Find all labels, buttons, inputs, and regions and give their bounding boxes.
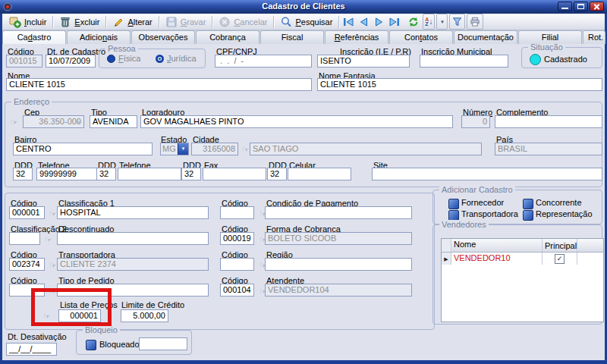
print-button[interactable] bbox=[467, 14, 483, 30]
fornecedor-checkbox[interactable] bbox=[448, 199, 459, 209]
excluir-button[interactable]: Excluir bbox=[55, 14, 104, 30]
maximize-button[interactable] bbox=[574, 2, 588, 11]
dt-desativacao-field[interactable]: __/__/____ bbox=[6, 343, 57, 356]
alterar-icon bbox=[112, 16, 124, 28]
status-circle-icon bbox=[530, 54, 541, 65]
nav-prev-button[interactable] bbox=[356, 14, 371, 29]
classif1-field[interactable]: HOSPITAL bbox=[57, 206, 209, 219]
classif1-codigo-field[interactable]: 000001 bbox=[9, 206, 45, 219]
refresh-button[interactable] bbox=[406, 14, 421, 29]
juridica-radio bbox=[156, 55, 164, 63]
celular-field[interactable] bbox=[288, 168, 351, 180]
tab-documentacao[interactable]: Documentação bbox=[454, 30, 517, 44]
dt-cadastro-field[interactable]: 10/07/2009 bbox=[46, 55, 96, 67]
classif2-codigo-field[interactable] bbox=[9, 232, 40, 245]
excluir-icon bbox=[59, 16, 71, 28]
sort-options-dropdown[interactable]: ▼ bbox=[436, 14, 448, 30]
telefone1-field[interactable]: 99999999 bbox=[36, 168, 97, 180]
vendedores-group: Vendedores Nome Principal ▶ VENDEDOR10 ✓ bbox=[432, 224, 602, 325]
alterar-button[interactable]: Alterar bbox=[108, 14, 156, 30]
telefone2-field[interactable] bbox=[118, 168, 181, 180]
pesquisar-button[interactable]: Pesquisar bbox=[275, 14, 337, 30]
transportadora-checkbox[interactable] bbox=[448, 210, 459, 221]
inscricao-municipal-field[interactable] bbox=[420, 55, 508, 67]
nome-field[interactable]: CLIENTE 1015 bbox=[6, 78, 312, 91]
lista-precos-field[interactable]: 000001 bbox=[58, 309, 101, 322]
nav-next-button[interactable] bbox=[371, 14, 386, 29]
chevron-down-icon: ▼ bbox=[440, 20, 445, 24]
tab-referencias[interactable]: Referências bbox=[325, 30, 388, 44]
classif2-lookup-button[interactable]: ☞ bbox=[42, 234, 55, 246]
fax-field[interactable] bbox=[203, 168, 266, 180]
pais-field: BRASIL bbox=[495, 143, 602, 155]
ddd1-field[interactable]: 32 bbox=[13, 168, 33, 180]
site-field[interactable] bbox=[372, 168, 602, 180]
nav-next-icon bbox=[373, 17, 385, 27]
minimize-icon bbox=[561, 8, 568, 9]
nome-fantasia-field[interactable]: CLIENTE 1015 bbox=[317, 78, 602, 91]
juridica-label: Jurídica bbox=[167, 54, 197, 63]
ddd2-field[interactable]: 32 bbox=[96, 168, 116, 180]
minimize-button[interactable] bbox=[558, 2, 572, 11]
principal-checkbox[interactable]: ✓ bbox=[555, 254, 565, 264]
nav-first-button[interactable] bbox=[341, 14, 356, 29]
codigo-field: 001015 bbox=[6, 55, 42, 67]
pessoa-group: Pessoa Física Jurídica bbox=[99, 49, 206, 68]
limite-credito-field[interactable]: 5.000,00 bbox=[121, 309, 168, 322]
tab-cobranca[interactable]: Cobrança bbox=[196, 30, 259, 44]
tab-observacoes[interactable]: Observações bbox=[131, 30, 195, 44]
tipo-pedido-field[interactable] bbox=[57, 284, 209, 297]
tab-fiscal[interactable]: Fiscal bbox=[260, 30, 324, 44]
logradouro-field[interactable]: GOV MAGALHAES PINTO bbox=[140, 115, 453, 128]
tipo-lookup-button[interactable]: ☞ bbox=[72, 117, 84, 128]
tab-adicionais[interactable]: Adicionais bbox=[67, 30, 131, 44]
filter-button[interactable] bbox=[449, 14, 465, 30]
incluir-button[interactable]: Incluir bbox=[5, 14, 51, 30]
row-marker-icon: ▶ bbox=[442, 253, 451, 265]
representacao-checkbox[interactable] bbox=[523, 210, 533, 221]
close-button[interactable] bbox=[590, 2, 604, 11]
tipo-pedido-codigo-field[interactable] bbox=[9, 284, 45, 297]
cpf-cnpj-field[interactable]: . . / - bbox=[215, 55, 312, 67]
lista-precos-lookup-button[interactable]: ☞ bbox=[41, 311, 53, 322]
cep-lookup-button[interactable]: ☞ bbox=[8, 117, 20, 128]
bloqueado-checkbox[interactable] bbox=[86, 340, 96, 350]
bloqueio-group: Bloqueio Bloqueado em bbox=[76, 330, 192, 355]
estado-value: MG bbox=[161, 143, 178, 155]
gravar-icon bbox=[165, 16, 178, 28]
complemento-field[interactable] bbox=[495, 115, 602, 128]
chevron-down-icon[interactable]: ▼ bbox=[178, 143, 188, 155]
tab-cadastro[interactable]: Cadastro bbox=[2, 30, 66, 44]
sort-button[interactable]: AZ ↓ bbox=[423, 14, 435, 30]
nav-prev-icon bbox=[358, 17, 370, 27]
regiao-codigo-field[interactable] bbox=[220, 258, 254, 271]
estado-select[interactable]: MG ▼ bbox=[160, 143, 189, 155]
pessoa-group-title: Pessoa bbox=[105, 44, 138, 53]
table-row[interactable]: ▶ VENDEDOR10 ✓ bbox=[442, 253, 603, 265]
numero-field: 0 bbox=[461, 115, 490, 128]
descontinuado-field[interactable] bbox=[57, 232, 209, 245]
fornecedor-label: Fornecedor bbox=[461, 198, 504, 207]
situacao-group: Situação Cadastrado bbox=[521, 47, 602, 68]
bloqueado-em-field[interactable] bbox=[139, 337, 187, 350]
tab-bar: Cadastro Adicionais Observações Cobrança… bbox=[2, 30, 605, 44]
inscricao-field[interactable]: ISENTO bbox=[317, 55, 410, 67]
nav-last-button[interactable] bbox=[386, 14, 401, 29]
tab-rot[interactable]: Rot. bbox=[583, 30, 605, 44]
ddd3-field[interactable]: 32 bbox=[181, 168, 201, 180]
atendente-field: VENDEDOR104 bbox=[265, 284, 412, 297]
tipo-field[interactable]: AVENIDA bbox=[90, 115, 137, 128]
bairro-field[interactable]: CENTRO bbox=[13, 143, 153, 155]
tab-filial[interactable]: Filial bbox=[518, 30, 582, 44]
concorrente-checkbox[interactable] bbox=[523, 199, 533, 209]
ddd4-field[interactable]: 32 bbox=[267, 168, 287, 180]
condicao-field[interactable] bbox=[265, 206, 412, 219]
adicionar-cadastro-title: Adicionar Cadastro bbox=[439, 185, 515, 194]
toolbar: Incluir Excluir Alterar Gravar Cancelar bbox=[2, 14, 605, 30]
atendente-codigo-field[interactable]: 000104 bbox=[220, 284, 254, 297]
tab-contatos[interactable]: Contatos bbox=[389, 30, 453, 44]
transportadora-codigo-field[interactable]: 002374 bbox=[9, 258, 45, 271]
regiao-field[interactable] bbox=[265, 258, 412, 271]
condicao-codigo-field[interactable] bbox=[220, 206, 254, 219]
forma-codigo-field[interactable]: 000019 bbox=[220, 232, 254, 245]
